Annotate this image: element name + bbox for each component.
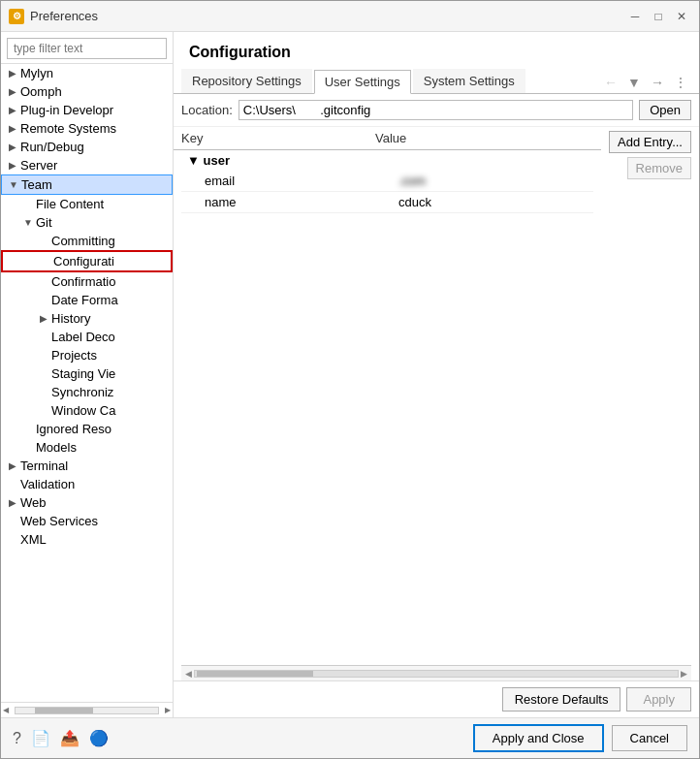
sidebar-label-terminal: Terminal bbox=[20, 459, 68, 473]
cancel-button[interactable]: Cancel bbox=[612, 725, 687, 751]
sidebar-item-web-services[interactable]: Web Services bbox=[1, 512, 173, 530]
sidebar-item-confirmations[interactable]: Confirmatio bbox=[1, 272, 173, 291]
scroll-thumb[interactable] bbox=[35, 708, 93, 713]
sidebar-label-web-services: Web Services bbox=[20, 514, 98, 528]
sidebar-item-terminal[interactable]: ▶Terminal bbox=[1, 457, 173, 475]
scroll-right-arrow[interactable]: ▶ bbox=[163, 706, 173, 714]
sidebar-item-committing[interactable]: Committing bbox=[1, 232, 173, 250]
restore-defaults-button[interactable]: Restore Defaults bbox=[502, 687, 621, 712]
sidebar-label-staging-view: Staging Vie bbox=[51, 366, 115, 381]
key-email: email bbox=[181, 171, 375, 192]
remove-button[interactable]: Remove bbox=[627, 157, 691, 179]
value-name: cduck bbox=[375, 192, 593, 213]
apply-and-close-button[interactable]: Apply and Close bbox=[473, 724, 604, 752]
location-label: Location: bbox=[181, 103, 233, 117]
sidebar-label-mylyn: Mylyn bbox=[20, 66, 53, 80]
tabs-row: Repository Settings User Settings System… bbox=[174, 69, 699, 94]
sidebar-item-plugin-dev[interactable]: ▶Plug-in Developr bbox=[1, 101, 173, 119]
tab-repo-settings[interactable]: Repository Settings bbox=[181, 69, 312, 93]
tab-system-settings[interactable]: System Settings bbox=[413, 69, 525, 93]
table-header: Key Value bbox=[174, 127, 601, 150]
sidebar-label-models: Models bbox=[36, 440, 77, 455]
toggle-icon-git: ▼ bbox=[20, 217, 36, 228]
h-scroll-track[interactable] bbox=[194, 670, 679, 678]
sidebar-item-models[interactable]: Models bbox=[1, 438, 173, 457]
export-icon[interactable]: 📤 bbox=[60, 729, 80, 747]
sidebar-item-team[interactable]: ▼Team bbox=[1, 174, 173, 195]
scroll-left-arrow[interactable]: ◀ bbox=[1, 706, 11, 714]
sidebar-item-configuration[interactable]: Configurati bbox=[1, 250, 173, 272]
right-buttons: Add Entry... Remove bbox=[601, 127, 699, 665]
sidebar-horizontal-scrollbar[interactable]: ◀ ▶ bbox=[1, 702, 173, 717]
close-button[interactable]: ✕ bbox=[672, 7, 691, 26]
preferences-window: ⚙ Preferences ─ □ ✕ ▶Mylyn▶Oomph▶Plug-in… bbox=[0, 0, 700, 759]
toggle-icon-oomph: ▶ bbox=[5, 86, 20, 97]
title-bar: ⚙ Preferences ─ □ ✕ bbox=[1, 1, 699, 32]
sidebar-item-ignored-reso[interactable]: Ignored Reso bbox=[1, 420, 173, 438]
sidebar-item-validation[interactable]: Validation bbox=[1, 475, 173, 493]
sidebar-item-synchroniz[interactable]: Synchroniz bbox=[1, 383, 173, 401]
sidebar-item-git[interactable]: ▼Git bbox=[1, 213, 173, 232]
sidebar-item-server[interactable]: ▶Server bbox=[1, 156, 173, 174]
sidebar-item-history[interactable]: ▶History bbox=[1, 309, 173, 328]
minimize-button[interactable]: ─ bbox=[625, 7, 645, 26]
panel-title: Configuration bbox=[174, 32, 699, 69]
sidebar-item-xml[interactable]: XML bbox=[1, 530, 173, 549]
maximize-button[interactable]: □ bbox=[649, 7, 668, 26]
sidebar-item-label-deco[interactable]: Label Deco bbox=[1, 328, 173, 346]
apply-button[interactable]: Apply bbox=[626, 687, 691, 712]
sidebar-label-run-debug: Run/Debug bbox=[20, 140, 84, 154]
back-button[interactable]: ← bbox=[600, 72, 621, 93]
sidebar-label-file-content: File Content bbox=[36, 197, 104, 211]
sidebar-item-file-content[interactable]: File Content bbox=[1, 195, 173, 213]
h-scroll-thumb[interactable] bbox=[197, 671, 313, 677]
sidebar-filter-area bbox=[1, 32, 173, 64]
sidebar-label-projects: Projects bbox=[51, 348, 97, 363]
sidebar-item-staging-view[interactable]: Staging Vie bbox=[1, 364, 173, 383]
sidebar-item-projects[interactable]: Projects bbox=[1, 346, 173, 364]
sidebar-item-mylyn[interactable]: ▶Mylyn bbox=[1, 64, 173, 82]
horizontal-scrollbar[interactable]: ◀ ▶ bbox=[181, 665, 691, 680]
config-section-user: ▼ user email .com name cduck bbox=[181, 150, 593, 213]
scroll-track[interactable] bbox=[15, 707, 159, 714]
sidebar-label-date-format: Date Forma bbox=[51, 293, 118, 307]
sidebar-label-confirmations: Confirmatio bbox=[51, 274, 115, 289]
forward-button[interactable]: → bbox=[647, 72, 668, 93]
table-and-buttons: Key Value ▼ user email bbox=[174, 127, 699, 665]
sidebar-label-git: Git bbox=[36, 215, 52, 230]
add-entry-button[interactable]: Add Entry... bbox=[609, 131, 691, 153]
sidebar-item-run-debug[interactable]: ▶Run/Debug bbox=[1, 138, 173, 156]
sidebar-label-synchroniz: Synchroniz bbox=[51, 385, 113, 399]
key-name: name bbox=[181, 192, 375, 213]
sidebar-item-window-ca[interactable]: Window Ca bbox=[1, 401, 173, 420]
help-icon[interactable]: ? bbox=[13, 730, 21, 747]
sidebar-item-date-format[interactable]: Date Forma bbox=[1, 291, 173, 309]
sidebar-item-oomph[interactable]: ▶Oomph bbox=[1, 82, 173, 101]
sidebar-item-remote-systems[interactable]: ▶Remote Systems bbox=[1, 119, 173, 138]
sidebar-list: ▶Mylyn▶Oomph▶Plug-in Developr▶Remote Sys… bbox=[1, 64, 173, 702]
config-area: Key Value ▼ user email bbox=[174, 127, 699, 717]
table-content: Key Value ▼ user email bbox=[174, 127, 601, 665]
open-button[interactable]: Open bbox=[639, 100, 691, 120]
sidebar-label-window-ca: Window Ca bbox=[51, 403, 115, 418]
window-title: Preferences bbox=[30, 9, 625, 23]
sidebar-item-web[interactable]: ▶Web bbox=[1, 493, 173, 512]
toggle-icon-remote-systems: ▶ bbox=[5, 123, 20, 134]
h-scroll-right[interactable]: ▶ bbox=[679, 669, 689, 679]
sidebar-label-server: Server bbox=[20, 158, 57, 173]
document-icon[interactable]: 📄 bbox=[31, 729, 50, 747]
location-input[interactable] bbox=[239, 100, 633, 120]
filter-input[interactable] bbox=[7, 38, 167, 59]
col-key-header: Key bbox=[181, 131, 375, 145]
sidebar-label-oomph: Oomph bbox=[20, 84, 62, 99]
section-user-header: ▼ user bbox=[181, 150, 593, 171]
more-button[interactable]: ⋮ bbox=[670, 72, 691, 93]
h-scroll-left[interactable]: ◀ bbox=[183, 669, 194, 679]
sidebar: ▶Mylyn▶Oomph▶Plug-in Developr▶Remote Sys… bbox=[1, 32, 174, 717]
circle-icon[interactable]: 🔵 bbox=[89, 729, 109, 747]
back-dropdown-button[interactable]: ▼ bbox=[623, 72, 645, 93]
window-icon: ⚙ bbox=[9, 9, 24, 24]
tab-user-settings[interactable]: User Settings bbox=[314, 70, 411, 94]
sidebar-label-web: Web bbox=[20, 495, 47, 510]
config-table: ▼ user email .com name cduck bbox=[181, 150, 593, 665]
